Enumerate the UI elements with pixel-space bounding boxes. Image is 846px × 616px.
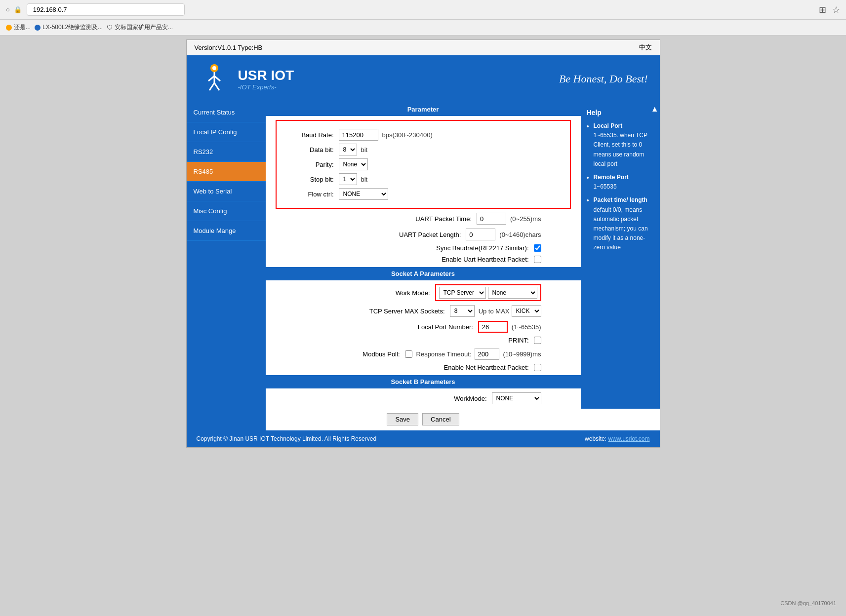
sidebar-item-current-status[interactable]: Current Status [187,103,266,122]
tab-bar: 还是... LX-500L2绝缘监测及... 🛡 安标国家矿用产品安... [0,20,846,36]
work-mode-select2[interactable]: None Short Connection Http Client [488,287,537,299]
website-link[interactable]: www.usriot.com [608,435,649,442]
socket-b-label: Socket B Parameters [391,378,455,385]
sidebar-item-label: RS232 [194,148,213,155]
sidebar: Current Status Local IP Config RS232 RS4… [187,103,266,430]
svg-line-4 [214,76,220,81]
tab-1-label: 还是... [14,23,31,32]
uart-packet-time-row: UART Packet Time: (0~255)ms [266,213,581,225]
tab-3-label: 安标国家矿用产品安... [115,23,173,32]
footer-buttons: Save Cancel [266,408,581,430]
tab-2[interactable]: LX-500L2绝缘监测及... [35,23,103,32]
baud-rate-input[interactable] [339,129,378,141]
sync-baudrate-label: Sync Baudrate(RF2217 Similar): [436,244,528,252]
help-list: Local Port 1~65535. when TCP Client, set… [587,121,654,252]
net-heartbeat-row: Enable Net Heartbeat Packet: [266,364,581,371]
net-heartbeat-label: Enable Net Heartbeat Packet: [440,364,529,371]
lock-icon: 🔒 [14,6,22,13]
workmode-b-row: WorkMode: NONE TCP Server TCP Client UDP… [266,392,581,404]
sidebar-item-local-ip-config[interactable]: Local IP Config [187,122,266,142]
header: USR IOT -IOT Experts- Be Honest, Do Best… [187,55,660,103]
star-icon[interactable]: ☆ [832,4,840,15]
modbus-poll-label: Modbus Poll: [311,350,400,358]
sync-baudrate-row: Sync Baudrate(RF2217 Similar): [266,244,581,252]
scroll-up-icon[interactable]: ▲ [651,105,659,114]
local-port-hint: (1~65535) [512,323,541,331]
main-content-area: Parameter Baud Rate: bps(300~230400) Dat… [266,103,581,430]
tab-2-label: LX-500L2绝缘监测及... [42,23,103,32]
data-bit-hint: bit [361,146,368,154]
flow-ctrl-select[interactable]: NONE RTS/CTS XON/XOFF [339,188,388,200]
page-footer: Copyright © Jinan USR IOT Technology Lim… [187,430,660,447]
workmode-b-select[interactable]: NONE TCP Server TCP Client UDP Server UD… [492,392,541,404]
local-port-label: Local Port Number: [384,323,473,331]
net-heartbeat-checkbox[interactable] [534,364,541,371]
parameter-section-header: Parameter [266,103,581,116]
sidebar-item-rs232[interactable]: RS232 [187,142,266,162]
sidebar-item-misc-config[interactable]: Misc Config [187,201,266,221]
sync-baudrate-checkbox[interactable] [534,244,541,252]
tcp-server-max-select[interactable]: 8 1 2 4 [450,305,475,317]
content-area: Current Status Local IP Config RS232 RS4… [187,103,660,430]
svg-point-1 [212,66,216,70]
baud-rate-label: Baud Rate: [284,131,334,139]
shield-icon: 🛡 [107,24,113,31]
svg-line-3 [208,76,214,81]
workmode-b-label: WorkMode: [398,395,487,402]
sidebar-item-rs485[interactable]: RS485 [187,162,266,182]
browser-chrome: ○ 🔒 192.168.0.7 ⊞ ☆ [0,0,846,20]
sidebar-item-web-to-serial[interactable]: Web to Serial [187,182,266,201]
sidebar-item-label: Web to Serial [194,188,232,195]
modbus-poll-checkbox[interactable] [405,350,412,358]
save-button[interactable]: Save [387,413,418,425]
uart-heartbeat-row: Enable Uart Heartbeat Packet: [266,256,581,263]
browser-right-controls: ⊞ ☆ [819,4,840,15]
version-text: Version:V1.0.1 Type:HB [195,44,263,51]
grid-icon[interactable]: ⊞ [819,4,826,15]
watermark: CSDN @qq_40170041 [780,600,836,606]
footer-website: website: www.usriot.com [585,435,649,442]
uart-packet-time-input[interactable] [477,213,506,225]
parity-row: Parity: None Odd Even [284,158,562,170]
work-mode-label: Work Mode: [341,289,430,297]
url-bar[interactable]: 192.168.0.7 [27,3,185,16]
cancel-button[interactable]: Cancel [422,413,459,425]
tab-2-icon [35,25,40,31]
baud-rate-row: Baud Rate: bps(300~230400) [284,129,562,141]
help-item-label: Packet time/ length [594,196,647,203]
tab-3[interactable]: 🛡 安标国家矿用产品安... [107,23,173,32]
main-container: Version:V1.0.1 Type:HB 中文 USR IOT -IOT [186,39,660,448]
help-item-label: Remote Port [594,174,629,181]
browser-nav-icons: ○ 🔒 [6,6,22,13]
work-mode-select1[interactable]: TCP Server TCP Client UDP Server UDP Cli… [439,287,486,299]
sidebar-item-label: Local IP Config [194,128,237,136]
tcp-server-max-label: TCP Server MAX Sockets: [356,308,445,315]
help-panel: ▲ Help Local Port 1~65535. when TCP Clie… [581,103,660,409]
tab-1[interactable]: 还是... [6,23,31,32]
circle-icon: ○ [6,6,10,13]
print-checkbox[interactable] [534,337,541,344]
tcp-server-kick-select[interactable]: KICK NONE [512,305,541,317]
response-timeout-hint: (10~9999)ms [503,350,541,358]
tab-1-icon [6,25,12,31]
sidebar-item-module-mange[interactable]: Module Mange [187,221,266,241]
tcp-server-max-row: TCP Server MAX Sockets: 8 1 2 4 Up to MA… [266,305,581,317]
help-item-packet: Packet time/ length default 0/0, means a… [594,195,654,252]
help-item-local-port: Local Port 1~65535. when TCP Client, set… [594,121,654,169]
modbus-poll-row: Modbus Poll: Response Timeout: (10~9999)… [266,348,581,360]
lang-button[interactable]: 中文 [639,43,652,52]
socket-a-header: Socket A Parameters [266,267,581,280]
data-bit-select[interactable]: 8 7 6 5 [339,144,357,155]
stop-bit-label: Stop bit: [284,176,334,183]
response-timeout-input[interactable] [475,348,499,360]
help-title: Help [587,109,654,116]
version-bar: Version:V1.0.1 Type:HB 中文 [187,40,660,55]
stop-bit-select[interactable]: 1 2 [339,173,357,185]
uart-packet-length-input[interactable] [466,229,495,240]
uart-heartbeat-checkbox[interactable] [534,256,541,263]
parity-select[interactable]: None Odd Even [339,158,368,170]
help-item-text: 1~65535. when TCP Client, set this to 0 … [594,132,647,167]
local-port-input[interactable] [478,321,508,333]
response-timeout-label: Response Timeout: [416,350,472,358]
sidebar-item-label: Misc Config [194,207,227,215]
